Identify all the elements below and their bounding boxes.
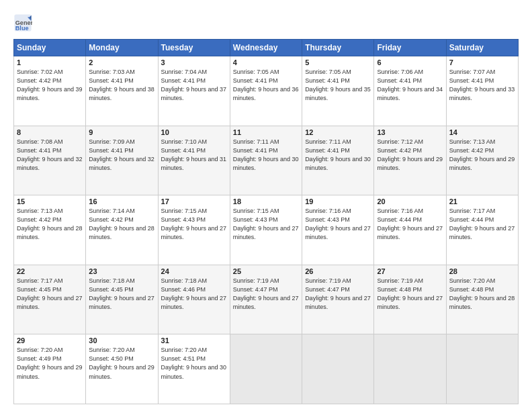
day-info: Sunrise: 7:20 AM Sunset: 4:50 PM Dayligh… <box>89 346 154 381</box>
day-number: 4 <box>233 58 299 66</box>
day-cell: 21Sunrise: 7:17 AM Sunset: 4:44 PM Dayli… <box>446 195 518 265</box>
day-number: 31 <box>161 336 227 345</box>
day-number: 20 <box>377 197 443 205</box>
day-cell: 11Sunrise: 7:11 AM Sunset: 4:41 PM Dayli… <box>230 126 302 195</box>
day-info: Sunrise: 7:14 AM Sunset: 4:42 PM Dayligh… <box>89 207 154 242</box>
day-info: Sunrise: 7:20 AM Sunset: 4:48 PM Dayligh… <box>449 277 515 312</box>
day-info: Sunrise: 7:03 AM Sunset: 4:41 PM Dayligh… <box>89 68 154 103</box>
day-cell: 12Sunrise: 7:11 AM Sunset: 4:41 PM Dayli… <box>302 126 374 195</box>
day-cell <box>446 334 518 404</box>
day-number: 14 <box>449 128 515 136</box>
day-cell <box>302 334 374 404</box>
day-cell: 14Sunrise: 7:13 AM Sunset: 4:42 PM Dayli… <box>446 126 518 195</box>
day-info: Sunrise: 7:20 AM Sunset: 4:49 PM Dayligh… <box>17 346 83 381</box>
day-info: Sunrise: 7:11 AM Sunset: 4:41 PM Dayligh… <box>233 138 299 173</box>
day-info: Sunrise: 7:17 AM Sunset: 4:44 PM Dayligh… <box>449 207 515 242</box>
day-info: Sunrise: 7:06 AM Sunset: 4:41 PM Dayligh… <box>377 68 443 103</box>
day-number: 1 <box>17 58 83 66</box>
day-info: Sunrise: 7:15 AM Sunset: 4:43 PM Dayligh… <box>161 207 227 242</box>
day-number: 22 <box>17 267 83 275</box>
day-cell: 23Sunrise: 7:18 AM Sunset: 4:45 PM Dayli… <box>86 265 158 334</box>
day-cell <box>230 334 302 404</box>
day-number: 28 <box>449 267 515 275</box>
day-number: 21 <box>449 197 515 205</box>
calendar-header-row: SundayMondayTuesdayWednesdayThursdayFrid… <box>14 40 519 56</box>
day-number: 7 <box>449 58 515 66</box>
day-number: 29 <box>17 336 83 345</box>
day-number: 11 <box>233 128 299 136</box>
day-cell: 13Sunrise: 7:12 AM Sunset: 4:42 PM Dayli… <box>374 126 446 195</box>
day-cell: 22Sunrise: 7:17 AM Sunset: 4:45 PM Dayli… <box>14 265 86 334</box>
day-cell: 28Sunrise: 7:20 AM Sunset: 4:48 PM Dayli… <box>446 265 518 334</box>
day-info: Sunrise: 7:07 AM Sunset: 4:41 PM Dayligh… <box>449 68 515 103</box>
day-info: Sunrise: 7:19 AM Sunset: 4:48 PM Dayligh… <box>377 277 443 312</box>
day-info: Sunrise: 7:20 AM Sunset: 4:51 PM Dayligh… <box>161 346 227 381</box>
day-number: 6 <box>377 58 443 66</box>
day-cell: 26Sunrise: 7:19 AM Sunset: 4:47 PM Dayli… <box>302 265 374 334</box>
day-cell: 10Sunrise: 7:10 AM Sunset: 4:41 PM Dayli… <box>158 126 230 195</box>
day-cell: 27Sunrise: 7:19 AM Sunset: 4:48 PM Dayli… <box>374 265 446 334</box>
day-cell: 5Sunrise: 7:05 AM Sunset: 4:41 PM Daylig… <box>302 56 374 126</box>
day-cell: 2Sunrise: 7:03 AM Sunset: 4:41 PM Daylig… <box>86 56 158 126</box>
day-cell: 7Sunrise: 7:07 AM Sunset: 4:41 PM Daylig… <box>446 56 518 126</box>
day-number: 5 <box>305 58 371 66</box>
day-number: 15 <box>17 197 83 205</box>
day-number: 24 <box>161 267 227 275</box>
day-cell: 9Sunrise: 7:09 AM Sunset: 4:41 PM Daylig… <box>86 126 158 195</box>
col-header-sunday: Sunday <box>14 40 86 56</box>
day-cell: 6Sunrise: 7:06 AM Sunset: 4:41 PM Daylig… <box>374 56 446 126</box>
day-cell: 25Sunrise: 7:19 AM Sunset: 4:47 PM Dayli… <box>230 265 302 334</box>
day-cell: 16Sunrise: 7:14 AM Sunset: 4:42 PM Dayli… <box>86 195 158 265</box>
day-number: 3 <box>161 58 227 66</box>
day-info: Sunrise: 7:11 AM Sunset: 4:41 PM Dayligh… <box>305 138 371 173</box>
day-cell: 31Sunrise: 7:20 AM Sunset: 4:51 PM Dayli… <box>158 334 230 404</box>
day-info: Sunrise: 7:08 AM Sunset: 4:41 PM Dayligh… <box>17 138 83 173</box>
day-number: 23 <box>89 267 154 275</box>
day-info: Sunrise: 7:17 AM Sunset: 4:45 PM Dayligh… <box>17 277 83 312</box>
day-cell: 18Sunrise: 7:15 AM Sunset: 4:43 PM Dayli… <box>230 195 302 265</box>
week-row-2: 8Sunrise: 7:08 AM Sunset: 4:41 PM Daylig… <box>14 126 519 195</box>
col-header-monday: Monday <box>86 40 158 56</box>
day-number: 26 <box>305 267 371 275</box>
day-info: Sunrise: 7:13 AM Sunset: 4:42 PM Dayligh… <box>449 138 515 173</box>
day-cell: 30Sunrise: 7:20 AM Sunset: 4:50 PM Dayli… <box>86 334 158 404</box>
day-cell: 19Sunrise: 7:16 AM Sunset: 4:43 PM Dayli… <box>302 195 374 265</box>
page: General Blue SundayMondayTuesdayWednesda… <box>0 0 532 411</box>
day-cell <box>374 334 446 404</box>
day-number: 13 <box>377 128 443 136</box>
day-number: 8 <box>17 128 83 136</box>
day-number: 18 <box>233 197 299 205</box>
col-header-wednesday: Wednesday <box>230 40 302 56</box>
day-info: Sunrise: 7:18 AM Sunset: 4:46 PM Dayligh… <box>161 277 227 312</box>
day-cell: 17Sunrise: 7:15 AM Sunset: 4:43 PM Dayli… <box>158 195 230 265</box>
logo-icon: General Blue <box>13 13 32 32</box>
logo: General Blue <box>13 13 35 32</box>
day-info: Sunrise: 7:05 AM Sunset: 4:41 PM Dayligh… <box>305 68 371 103</box>
week-row-3: 15Sunrise: 7:13 AM Sunset: 4:42 PM Dayli… <box>14 195 519 265</box>
col-header-friday: Friday <box>374 40 446 56</box>
day-cell: 3Sunrise: 7:04 AM Sunset: 4:41 PM Daylig… <box>158 56 230 126</box>
day-number: 25 <box>233 267 299 275</box>
day-number: 30 <box>89 336 154 345</box>
day-number: 12 <box>305 128 371 136</box>
day-info: Sunrise: 7:02 AM Sunset: 4:42 PM Dayligh… <box>17 68 83 103</box>
day-number: 9 <box>89 128 154 136</box>
week-row-5: 29Sunrise: 7:20 AM Sunset: 4:49 PM Dayli… <box>14 334 519 404</box>
day-info: Sunrise: 7:09 AM Sunset: 4:41 PM Dayligh… <box>89 138 154 173</box>
day-cell: 20Sunrise: 7:16 AM Sunset: 4:44 PM Dayli… <box>374 195 446 265</box>
day-cell: 15Sunrise: 7:13 AM Sunset: 4:42 PM Dayli… <box>14 195 86 265</box>
day-info: Sunrise: 7:19 AM Sunset: 4:47 PM Dayligh… <box>233 277 299 312</box>
day-info: Sunrise: 7:18 AM Sunset: 4:45 PM Dayligh… <box>89 277 154 312</box>
day-info: Sunrise: 7:04 AM Sunset: 4:41 PM Dayligh… <box>161 68 227 103</box>
day-info: Sunrise: 7:16 AM Sunset: 4:44 PM Dayligh… <box>377 207 443 242</box>
day-number: 2 <box>89 58 154 66</box>
day-number: 16 <box>89 197 154 205</box>
day-number: 17 <box>161 197 227 205</box>
day-cell: 1Sunrise: 7:02 AM Sunset: 4:42 PM Daylig… <box>14 56 86 126</box>
day-info: Sunrise: 7:05 AM Sunset: 4:41 PM Dayligh… <box>233 68 299 103</box>
day-number: 10 <box>161 128 227 136</box>
week-row-1: 1Sunrise: 7:02 AM Sunset: 4:42 PM Daylig… <box>14 56 519 126</box>
day-number: 19 <box>305 197 371 205</box>
header: General Blue <box>13 11 519 32</box>
calendar-table: SundayMondayTuesdayWednesdayThursdayFrid… <box>13 39 519 404</box>
